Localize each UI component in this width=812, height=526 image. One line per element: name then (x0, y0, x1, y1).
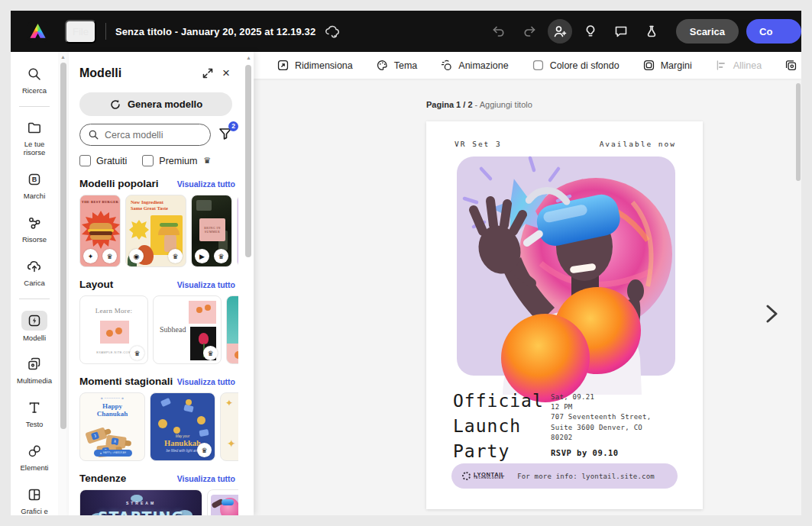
checkbox-box[interactable] (142, 155, 154, 166)
trend-card-starting[interactable]: STREAM STARTING @YOURDREAMWEBPAGE (79, 489, 202, 515)
search-icon (88, 129, 99, 140)
lyontail-logo: LYONTAIL TECHNOLOGIES (462, 472, 505, 480)
template-card-video[interactable]: BRING IN SUMMER ▶ ♛ (191, 195, 232, 267)
scroll-up-arrow[interactable]: ▲ (60, 54, 66, 60)
flyer-title[interactable]: Official Launch Party (453, 389, 544, 464)
panel-title: Modelli (79, 66, 199, 80)
view-all-popular[interactable]: Visualizza tutto (177, 179, 235, 189)
seasonal-row: ✡ ─────── ✡ Happy Chanukah נ ג ה ● ᴴᴬᴾᴾᵞ… (79, 392, 238, 461)
resize-button[interactable]: Ridimensiona (277, 59, 353, 72)
flyer-product-label[interactable]: VR Set 3 (455, 140, 502, 148)
generate-template-button[interactable]: Genera modello (79, 92, 232, 116)
section-seasonal: Momenti stagionali Visualizza tutto (79, 376, 235, 387)
comments-button[interactable] (609, 19, 633, 44)
align-button: Allinea (715, 59, 762, 72)
template-card-taco[interactable]: New Ingredient Same Great Taste ◉ ♛ (125, 195, 186, 267)
canvas-scroll-thumb[interactable] (796, 83, 801, 181)
search-icon (23, 65, 46, 83)
seasonal-card-partial[interactable]: ✦ ✦ ✦ ✦ Cha (220, 392, 238, 461)
redo-button[interactable] (517, 19, 542, 44)
document-title[interactable]: Senza titolo - January 20, 2025 at 12.19… (115, 26, 315, 37)
flyer-event-details[interactable]: Sat, 09.21 12 PM 707 Seventeenth Street,… (551, 392, 652, 443)
sidebar-item-modelli[interactable]: Modelli (13, 305, 56, 349)
trends-row: STREAM STARTING @YOURDREAMWEBPAGE Offici… (79, 489, 238, 515)
view-all-seasonal[interactable]: Visualizza tutto (177, 377, 235, 386)
page-label[interactable]: Pagina 1 / 2 - Aggiungi titolo (426, 100, 532, 109)
panel-scroll-thumb[interactable] (245, 65, 251, 257)
free-checkbox[interactable]: Gratuiti (79, 155, 127, 166)
sidebar-item-marchi[interactable]: B Marchi (13, 165, 56, 207)
popular-row: THE BEST BURGER ✦ ♛ New Ingredient Same … (79, 195, 238, 267)
premium-checkbox[interactable]: Premium (142, 155, 197, 166)
file-menu[interactable]: File (65, 20, 96, 44)
download-button[interactable]: Scarica (676, 19, 739, 44)
templates-panel: Modelli × Genera modello 2 (69, 52, 254, 515)
view-all-layout[interactable]: Visualizza tutto (177, 280, 235, 289)
view-all-trends[interactable]: Visualizza tutto (177, 474, 235, 483)
beta-flask-button[interactable] (639, 19, 664, 44)
brand-icon: B (23, 170, 46, 189)
filter-count-badge: 2 (228, 121, 238, 131)
next-page-chevron[interactable] (762, 298, 788, 329)
scroll-up-arrow[interactable]: ▲ (246, 55, 251, 60)
section-layout: Layout Visualizza tutto (79, 279, 235, 290)
grid-icon (23, 486, 46, 504)
rail-scrollbar[interactable]: ▲ (58, 52, 69, 515)
animated-badge-icon: ✦ (83, 249, 98, 263)
section-popular: Modelli popolari Visualizza tutto (79, 178, 235, 189)
svg-text:B: B (32, 176, 37, 183)
margins-button[interactable]: Margini (642, 59, 692, 72)
layout-card-learn-more[interactable]: Learn More: EXAMPLE.SITE.COM ♛ (79, 295, 148, 364)
play-badge-icon: ▶ (195, 249, 209, 263)
sidebar-item-multimedia[interactable]: Multimedia (13, 350, 56, 392)
flyer-rsvp[interactable]: RSVP by 09.10 (551, 448, 619, 457)
template-card-partial[interactable]: WIHII ✦ (237, 195, 238, 267)
rail-divider (19, 298, 50, 299)
bulk-create-button[interactable]: Crea in massa (785, 59, 801, 72)
sidebar-item-elementi[interactable]: Elementi (13, 437, 56, 479)
search-input[interactable] (105, 130, 195, 140)
filter-button[interactable]: 2 (218, 125, 235, 145)
ideas-lightbulb-button[interactable] (578, 19, 603, 44)
sidebar-item-risorse[interactable]: Risorse (13, 208, 56, 250)
rail-scroll-thumb[interactable] (60, 63, 66, 429)
logo-triangle (29, 23, 47, 40)
sidebar-item-carica[interactable]: Carica (13, 252, 56, 294)
topbar: File Senza titolo - January 20, 2025 at … (11, 11, 801, 52)
sidebar-item-le-tue-risorse[interactable]: Le tue risorse (13, 113, 56, 163)
assets-icon (23, 214, 46, 232)
layout-card-partial[interactable] (226, 295, 238, 364)
undo-button[interactable] (487, 19, 511, 44)
animation-button[interactable]: Animazione (440, 59, 508, 72)
main-area: Ridimensiona Tema Animazione Colore di s… (254, 52, 801, 515)
cloud-sync-icon (325, 23, 341, 40)
artboard-page-1[interactable]: VR Set 3 Available now (426, 121, 703, 509)
sidebar-item-grafici-e-griglie[interactable]: Grafici e griglie (13, 480, 56, 515)
panel-header: Modelli × (79, 64, 235, 82)
seasonal-card-hanukkah[interactable]: May your Hanukkah be filled with light a… (150, 392, 215, 461)
panel-scrollbar[interactable]: ▲ (244, 55, 252, 515)
flyer-footer-pill[interactable]: LYONTAIL TECHNOLOGIES For more info: lyo… (451, 463, 678, 489)
template-card-burger[interactable]: THE BEST BURGER ✦ ♛ (79, 195, 121, 267)
topbar-divider (105, 23, 106, 40)
sidebar-item-testo[interactable]: Testo (13, 393, 56, 435)
invite-people-button[interactable] (548, 19, 572, 44)
layout-card-subhead[interactable]: Subhead The quick brown fox jumped over … (153, 295, 222, 364)
background-color-button[interactable]: Colore di sfondo (532, 59, 620, 72)
trend-card-vr-flyer[interactable]: OfficialLaunch (207, 489, 238, 515)
share-button[interactable]: Co (746, 19, 801, 44)
flyer-availability-label[interactable]: Available now (600, 140, 676, 148)
checkbox-box[interactable] (79, 155, 91, 166)
add-title-hint[interactable]: - Aggiungi titolo (475, 100, 532, 109)
seasonal-card-chanukah[interactable]: ✡ ─────── ✡ Happy Chanukah נ ג ה ● ᴴᴬᴾᴾᵞ… (79, 392, 145, 461)
sidebar-item-ricerca[interactable]: Ricerca (13, 60, 56, 102)
premium-crown-badge: ♛ (214, 249, 228, 263)
search-row: 2 (79, 124, 235, 146)
flyer-image-background[interactable] (457, 157, 675, 376)
adobe-express-logo[interactable] (27, 21, 48, 42)
expand-panel-button[interactable] (199, 64, 217, 82)
close-panel-button[interactable]: × (217, 64, 235, 82)
theme-button[interactable]: Tema (376, 59, 418, 72)
template-search-box[interactable] (79, 124, 211, 146)
app-body: Ricerca Le tue risorse B Marchi Risorse … (11, 52, 801, 515)
